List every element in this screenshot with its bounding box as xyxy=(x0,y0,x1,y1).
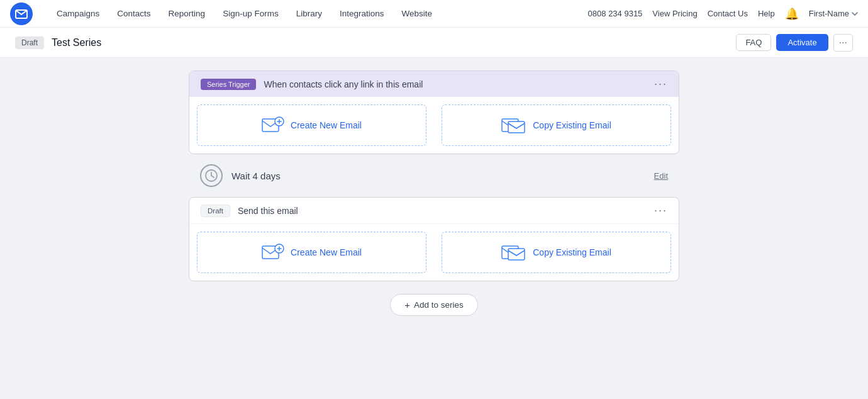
faq-button[interactable]: FAQ xyxy=(736,34,771,51)
wait-clock-icon xyxy=(200,164,223,187)
nav-website[interactable]: Website xyxy=(392,0,441,28)
nav-contact-us[interactable]: Contact Us xyxy=(708,9,748,18)
nav-phone: 0808 234 9315 xyxy=(588,9,643,18)
main-content: Series Trigger When contacts click any l… xyxy=(0,58,868,335)
copy-existing-email-button-trigger[interactable]: Copy Existing Email xyxy=(442,104,671,146)
send-card-header: Draft Send this email ··· xyxy=(189,198,679,224)
create-new-email-button-trigger[interactable]: Create New Email xyxy=(197,104,426,146)
create-new-email-button-send[interactable]: Create New Email xyxy=(197,232,426,273)
notification-bell-icon[interactable]: 🔔 xyxy=(785,7,799,21)
series-trigger-badge: Series Trigger xyxy=(201,79,256,90)
nav-username: First-Name xyxy=(809,9,849,18)
more-options-button[interactable]: ··· xyxy=(833,34,853,52)
nav-library[interactable]: Library xyxy=(287,0,331,28)
add-to-series-button[interactable]: + Add to series xyxy=(390,294,478,316)
subheader-actions: FAQ Activate ··· xyxy=(736,34,853,52)
copy-existing-email-label-send: Copy Existing Email xyxy=(533,247,611,257)
send-card: Draft Send this email ··· Create New Ema… xyxy=(189,197,679,281)
nav-campaigns[interactable]: Campaigns xyxy=(48,0,108,28)
copy-existing-email-icon-send xyxy=(501,244,526,261)
send-card-body: Create New Email Copy Existing Email xyxy=(189,224,679,281)
add-series-wrap: + Add to series xyxy=(390,281,478,322)
nav-actions: 0808 234 9315 View Pricing Contact Us He… xyxy=(588,7,858,21)
svg-line-10 xyxy=(211,176,214,177)
wait-edit-button[interactable]: Edit xyxy=(654,171,668,181)
activate-button[interactable]: Activate xyxy=(776,34,828,51)
trigger-card-more-button[interactable]: ··· xyxy=(654,77,667,91)
create-new-email-label-send: Create New Email xyxy=(291,247,362,257)
send-card-header-text: Send this email xyxy=(238,206,647,216)
nav-user-menu[interactable]: First-Name xyxy=(809,9,858,18)
trigger-card-header-text: When contacts click any link in this ema… xyxy=(264,79,647,89)
logo[interactable] xyxy=(10,3,33,25)
trigger-card: Series Trigger When contacts click any l… xyxy=(189,70,679,154)
wait-text: Wait 4 days xyxy=(231,171,645,181)
draft-badge[interactable]: Draft xyxy=(15,37,44,49)
nav-reporting[interactable]: Reporting xyxy=(160,0,214,28)
add-to-series-label: Add to series xyxy=(414,300,464,310)
create-new-email-icon-send xyxy=(262,244,284,261)
svg-rect-7 xyxy=(508,121,525,133)
subheader: Draft Test Series FAQ Activate ··· xyxy=(0,28,868,58)
nav-integrations[interactable]: Integrations xyxy=(331,0,393,28)
chevron-down-icon xyxy=(852,12,858,16)
nav-help[interactable]: Help xyxy=(758,9,775,18)
nav-contacts[interactable]: Contacts xyxy=(108,0,159,28)
nav-links: Campaigns Contacts Reporting Sign-up For… xyxy=(48,0,588,28)
wait-block: Wait 4 days Edit xyxy=(189,154,679,197)
series-title: Test Series xyxy=(52,37,728,48)
create-new-email-icon xyxy=(262,116,284,134)
plus-icon: + xyxy=(404,300,410,310)
send-draft-badge[interactable]: Draft xyxy=(201,205,230,217)
copy-existing-email-icon xyxy=(501,116,526,134)
trigger-card-header: Series Trigger When contacts click any l… xyxy=(189,71,679,97)
svg-rect-16 xyxy=(508,249,525,260)
trigger-card-body: Create New Email Copy Existing Email xyxy=(189,97,679,154)
create-new-email-label-trigger: Create New Email xyxy=(291,120,362,130)
copy-existing-email-label-trigger: Copy Existing Email xyxy=(533,120,611,130)
send-card-more-button[interactable]: ··· xyxy=(654,204,667,217)
copy-existing-email-button-send[interactable]: Copy Existing Email xyxy=(442,232,671,273)
nav-view-pricing[interactable]: View Pricing xyxy=(652,9,697,18)
nav-signup-forms[interactable]: Sign-up Forms xyxy=(214,0,287,28)
main-nav: Campaigns Contacts Reporting Sign-up For… xyxy=(0,0,868,28)
